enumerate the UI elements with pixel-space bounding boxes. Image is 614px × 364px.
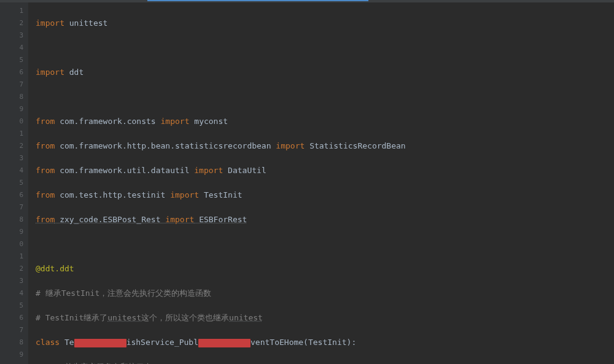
keyword: import [36, 18, 64, 28]
line-number: 2 [0, 17, 23, 29]
line-number: 4 [0, 165, 23, 177]
comment: # 继承TestInit，注意会先执行父类的构造函数 [36, 288, 211, 298]
keyword: from [36, 141, 55, 150]
line-number: 6 [0, 312, 23, 324]
line-number: 4 [0, 42, 23, 54]
code-line: from com.framework.consts import myconst [36, 115, 614, 128]
code-line: from com.framework.http.bean.statisticsr… [36, 140, 614, 152]
line-number: 0 [0, 238, 23, 250]
code-line [36, 42, 614, 54]
class-name-part: Te [64, 338, 74, 347]
line-number: 9 [0, 103, 23, 115]
line-number: 2 [0, 140, 23, 152]
line-number: 5 [0, 177, 23, 189]
module-name: unittest [69, 18, 108, 28]
line-number: 6 [0, 189, 23, 201]
comment: # TestInit继承了 [36, 313, 107, 322]
import-name: ESBForRest [199, 215, 247, 224]
code-line: from com.test.http.testinit import TestI… [36, 189, 614, 201]
code-line: class TeishService_PublventToEHome(TestI… [36, 336, 614, 349]
keyword: import [36, 68, 64, 77]
line-number: 5 [0, 300, 23, 312]
line-number: 6 [0, 66, 23, 79]
line-number: 1 [0, 250, 23, 263]
code-area[interactable]: import unittest import ddt from com.fram… [28, 2, 614, 364]
keyword: import [161, 117, 190, 126]
import-name: myconst [194, 117, 228, 126]
line-number: 3 [0, 29, 23, 42]
code-line: from zxy_code.ESBPost_Rest import ESBFor… [36, 214, 614, 226]
line-number: 8 [0, 214, 23, 226]
redaction-icon [198, 339, 251, 347]
line-number: 9 [0, 349, 23, 361]
code-line: import ddt [36, 66, 614, 79]
line-number: 5 [0, 54, 23, 66]
keyword: import [194, 166, 223, 175]
keyword: class [36, 338, 60, 347]
line-number: 2 [0, 263, 23, 275]
code-line [36, 91, 614, 103]
class-name-part: ishService_Publ [126, 338, 198, 347]
package-path: com.test.http.testinit [60, 190, 165, 199]
keyword: import [170, 190, 199, 199]
decorator: @ddt.ddt [36, 264, 74, 273]
comment-underline: unitest [229, 313, 263, 322]
code-line: # 继承TestInit，注意会先执行父类的构造函数 [36, 287, 614, 300]
redaction-icon [74, 339, 126, 347]
line-number: 8 [0, 336, 23, 349]
line-number: 4 [0, 287, 23, 300]
code-editor[interactable]: 1 2 3 4 5 6 7 8 9 0 1 2 3 4 5 6 7 8 9 0 … [0, 2, 614, 364]
keyword: from [36, 166, 55, 175]
code-line: # 首先定义服务名和接口名 [36, 361, 614, 364]
line-number: 3 [0, 275, 23, 287]
line-number: 9 [0, 226, 23, 238]
class-name-part: ventToEHome(TestInit): [251, 338, 356, 347]
line-number: 1 [0, 5, 23, 17]
package-path: zxy_code.ESBPost_Rest [60, 215, 160, 224]
line-gutter: 1 2 3 4 5 6 7 8 9 0 1 2 3 4 5 6 7 8 9 0 … [0, 2, 28, 364]
import-name: DataUtil [228, 166, 266, 175]
comment: 这个，所以这个类也继承 [141, 313, 229, 322]
line-number: 3 [0, 152, 23, 165]
package-path: com.framework.http.bean.statisticsrecord… [60, 141, 271, 150]
keyword: import [276, 141, 305, 150]
line-number: 8 [0, 91, 23, 103]
code-line: # TestInit继承了unitest这个，所以这个类也继承unitest [36, 312, 614, 324]
module-name: ddt [69, 68, 84, 77]
code-line: from com.framework.util.datautil import … [36, 165, 614, 177]
import-name: StatisticsRecordBean [309, 141, 406, 150]
code-line: @ddt.ddt [36, 263, 614, 275]
line-number: 7 [0, 201, 23, 214]
keyword: from [36, 190, 55, 199]
package-path: com.framework.util.datautil [60, 166, 189, 175]
keyword: from [36, 117, 55, 126]
active-tab-indicator [147, 0, 368, 1]
code-line [36, 238, 614, 250]
comment-underline: unitest [107, 313, 141, 322]
line-number: 1 [0, 128, 23, 140]
line-number: 0 [0, 115, 23, 128]
keyword: from [36, 215, 55, 224]
code-line: import unittest [36, 17, 614, 29]
keyword: import [165, 215, 194, 224]
line-number: 0 [0, 361, 23, 364]
import-name: TestInit [204, 190, 243, 199]
line-number: 7 [0, 324, 23, 336]
package-path: com.framework.consts [60, 117, 156, 126]
line-number: 7 [0, 79, 23, 91]
